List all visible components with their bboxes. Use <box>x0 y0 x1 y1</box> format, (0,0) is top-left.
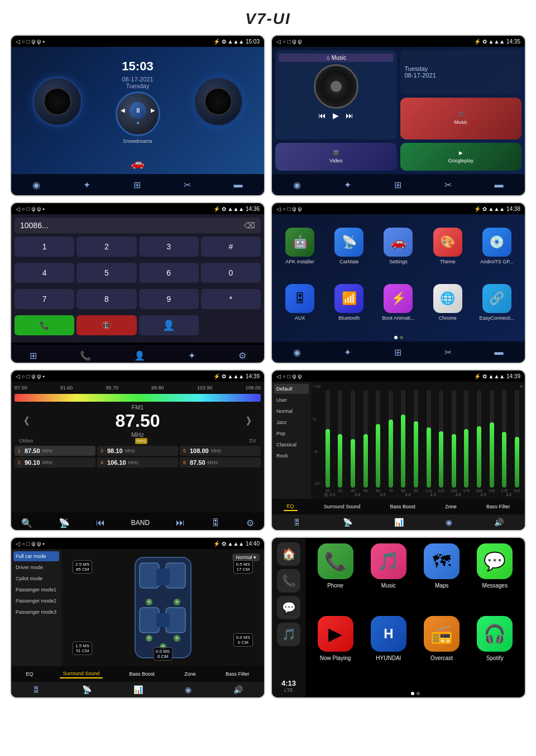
tab-surround-7[interactable]: Surround Sound <box>60 670 103 678</box>
app-video[interactable]: 🎬 Video <box>275 143 397 171</box>
nav-location-4[interactable]: ◉ <box>293 347 301 358</box>
mode-driver[interactable]: Driver mode <box>13 562 59 572</box>
nav-media-4[interactable]: ▬ <box>495 347 504 357</box>
key-4[interactable]: 4 <box>15 263 74 283</box>
eq-bar-4[interactable]: 50 <box>360 390 371 493</box>
preset-jazz[interactable]: Jazz <box>274 417 309 427</box>
nav-zone-icon[interactable]: ◉ <box>446 518 452 527</box>
preset-1[interactable]: 1 87.50 MHz <box>15 446 95 456</box>
eq-bar-13[interactable]: 200 <box>473 390 485 493</box>
nav-call[interactable]: 📞 <box>80 350 91 361</box>
nav-zone-7[interactable]: ◉ <box>185 685 192 694</box>
key-2[interactable]: 2 <box>76 237 136 257</box>
tab-eq-7[interactable]: EQ <box>23 670 37 678</box>
eq-bar-10[interactable]: 125 <box>436 390 447 493</box>
nav-bt-call[interactable]: ✦ <box>188 350 195 361</box>
key-0[interactable]: 0 <box>201 263 261 283</box>
app-androits[interactable]: 💿 AndroiTS GP... <box>475 220 519 272</box>
eq-bar-15[interactable]: 275 <box>499 390 510 493</box>
nav-boost[interactable]: 📊 <box>394 518 404 527</box>
nav-phone-settings[interactable]: ⚙ <box>238 350 246 361</box>
music-widget[interactable]: ♫ Music ⏮ ▶ ⏭ <box>275 50 397 139</box>
app-aux[interactable]: 🎛 AUX <box>277 276 322 328</box>
nav-settings[interactable]: ✂ <box>184 180 191 190</box>
backspace-button[interactable]: ⌫ <box>244 221 255 230</box>
app-chrome[interactable]: 🌐 Chrome <box>425 276 470 328</box>
key-6[interactable]: 6 <box>139 263 199 283</box>
nav-location[interactable]: ◉ <box>32 180 40 190</box>
eq-bar-3[interactable]: 40 <box>347 390 359 493</box>
prev-next-icons[interactable]: ◀ ⏸ ▶ <box>121 102 155 119</box>
nav-band[interactable]: BAND <box>131 519 150 527</box>
mode-cpilot[interactable]: Cpilot mode <box>13 574 59 584</box>
cp-app-nowplaying[interactable]: ▶ Now Playing <box>311 616 360 684</box>
mode-passenger1[interactable]: Passenger mode1 <box>13 585 59 595</box>
carplay-home-icon[interactable]: 🏠 <box>277 542 300 566</box>
play-pause-button[interactable]: ⏸ <box>130 102 146 119</box>
music-controls-disc[interactable]: ◀ ⏸ ▶ ✦ <box>116 92 160 136</box>
prev-freq[interactable]: 《 <box>19 415 29 428</box>
mode-passenger2[interactable]: Passenger mode2 <box>13 596 59 606</box>
tab-bassboost[interactable]: Bass Boost <box>387 503 419 511</box>
preset-default[interactable]: Default <box>274 384 309 394</box>
nav-boost-7[interactable]: 📊 <box>133 685 143 694</box>
preset-2[interactable]: 2 90.10 MHz <box>15 458 95 468</box>
nav-eq-2[interactable]: 🎛 <box>293 518 301 527</box>
cp-app-spotify[interactable]: 🎧 Spotify <box>471 616 519 684</box>
carplay-message-icon[interactable]: 💬 <box>277 596 300 619</box>
nav-home-4[interactable]: ⊞ <box>394 347 401 358</box>
preset-pop[interactable]: Pop <box>274 428 309 439</box>
app-googleplay[interactable]: ▶ Googleplay <box>400 143 522 171</box>
carplay-phone-icon[interactable]: 📞 <box>277 569 300 593</box>
nav-antenna[interactable]: 📡 <box>59 518 70 528</box>
tab-zone[interactable]: Zone <box>442 503 460 511</box>
nav-bluetooth-2[interactable]: ✦ <box>344 180 351 190</box>
contact-button[interactable]: 👤 <box>139 315 199 335</box>
nav-bluetooth[interactable]: ✦ <box>83 180 90 190</box>
preset-classical[interactable]: Classical <box>274 440 309 450</box>
app-settings[interactable]: 🚗 Settings <box>376 220 420 272</box>
cp-app-phone[interactable]: 📞 Phone <box>311 543 360 611</box>
app-music[interactable]: 🎵 Music <box>400 98 522 139</box>
preset-normal[interactable]: Normal <box>274 406 309 416</box>
next-freq[interactable]: 》 <box>246 415 256 428</box>
key-3[interactable]: 3 <box>139 237 199 257</box>
eq-bar-7[interactable]: 80 <box>398 390 409 493</box>
nav-location-2[interactable]: ◉ <box>293 180 301 190</box>
cp-app-hyundai[interactable]: H HYUNDAI <box>364 616 413 684</box>
nav-eq-7[interactable]: 🎛 <box>32 685 40 694</box>
tab-bassboost-7[interactable]: Bass Boost <box>126 670 159 678</box>
preset-rock[interactable]: Rock <box>274 451 309 461</box>
key-7[interactable]: 7 <box>15 289 74 309</box>
key-8[interactable]: 8 <box>76 289 136 309</box>
key-9[interactable]: 9 <box>139 289 199 309</box>
nav-home-2[interactable]: ⊞ <box>394 180 401 190</box>
nav-media[interactable]: ▬ <box>234 180 243 190</box>
nav-contacts[interactable]: 👤 <box>134 350 145 361</box>
nav-search[interactable]: 🔍 <box>21 518 32 528</box>
tab-eq[interactable]: EQ <box>284 502 298 511</box>
eq-bar-14[interactable]: 235 <box>486 390 497 493</box>
app-easyconn[interactable]: 🔗 EasyConnecti... <box>475 276 519 328</box>
app-apk-installer[interactable]: 🤖 APK installer <box>277 220 322 272</box>
eq-bar-6[interactable]: 70 <box>385 390 397 493</box>
app-bluetooth[interactable]: 📶 Bluetooth <box>327 276 371 328</box>
preset-6[interactable]: 6 87.50 MHz <box>180 458 261 468</box>
cp-app-music[interactable]: 🎵 Music <box>364 543 413 611</box>
nav-settings-4[interactable]: ✂ <box>444 347 452 358</box>
nav-next-track[interactable]: ⏭ <box>176 518 185 528</box>
nav-surround[interactable]: 📡 <box>343 518 352 527</box>
nav-radio-settings[interactable]: ⚙ <box>246 518 254 528</box>
tab-zone-7[interactable]: Zone <box>181 670 199 678</box>
hangup-button[interactable]: 📵 <box>76 315 136 335</box>
cp-app-messages[interactable]: 💬 Messages <box>471 543 519 611</box>
eq-bar-12[interactable]: 175 <box>461 390 472 493</box>
tab-bassfilter[interactable]: Bass Filter <box>483 503 514 511</box>
nav-media-2[interactable]: ▬ <box>495 180 504 190</box>
nav-bluetooth-4[interactable]: ✦ <box>344 347 351 358</box>
key-hash[interactable]: # <box>201 237 261 257</box>
preset-4[interactable]: 4 106.10 MHz <box>97 458 178 468</box>
tab-bassfilter-7[interactable]: Bass Filter <box>222 670 253 678</box>
app-bootanim[interactable]: ⚡ Boot Animati... <box>376 276 420 328</box>
key-star[interactable]: * <box>201 289 261 309</box>
